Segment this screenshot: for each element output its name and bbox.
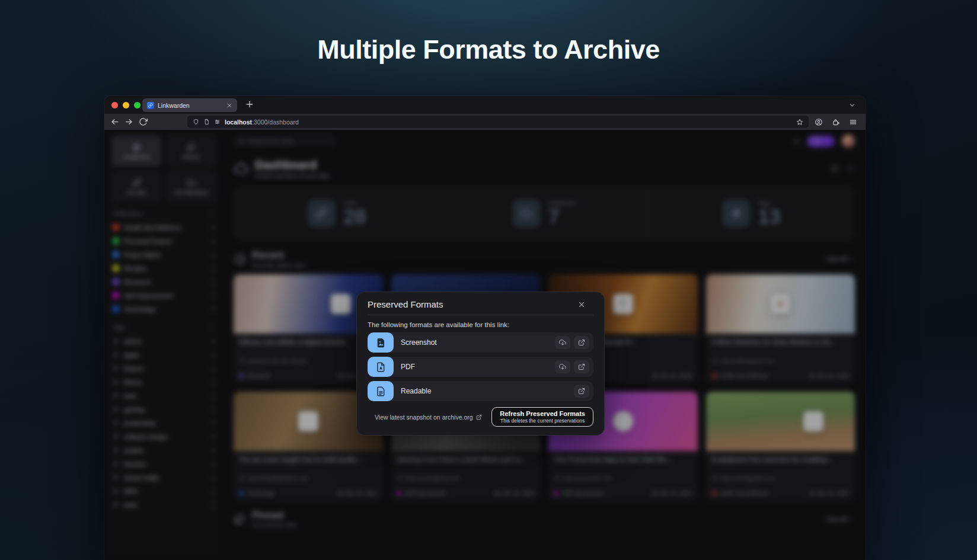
tab-favicon — [147, 102, 154, 109]
external-link-icon — [578, 339, 585, 346]
browser-window: Linkwarden localhost:3000/dashboard — [104, 96, 866, 560]
modal-description: The following formats are available for … — [368, 321, 593, 328]
page-info-icon[interactable] — [203, 119, 210, 125]
browser-tabstrip: Linkwarden — [104, 96, 866, 114]
download-button[interactable] — [555, 336, 570, 349]
tab-close-icon[interactable] — [226, 103, 232, 108]
image-file-icon — [368, 332, 394, 353]
address-bar[interactable]: localhost:3000/dashboard — [187, 116, 809, 128]
maximize-window-button[interactable] — [134, 102, 141, 108]
refresh-button-title: Refresh Preserved Formats — [500, 410, 585, 417]
refresh-preserved-formats-button[interactable]: Refresh Preserved Formats This deletes t… — [491, 407, 593, 427]
open-button[interactable] — [574, 360, 589, 373]
forward-button[interactable] — [124, 117, 133, 126]
close-icon[interactable] — [578, 301, 585, 308]
divider — [368, 315, 593, 315]
minimize-window-button[interactable] — [123, 102, 129, 108]
readable-file-icon — [368, 381, 394, 401]
cloud-download-icon — [559, 339, 566, 346]
format-row-readable: Readable — [368, 381, 593, 401]
browser-tab[interactable]: Linkwarden — [142, 98, 237, 112]
archive-org-link[interactable]: View latest snapshot on archive.org — [375, 414, 482, 421]
url-host: localhost — [225, 119, 252, 126]
preserved-formats-modal: Preserved Formats The following formats … — [356, 292, 605, 436]
bookmark-star-icon[interactable] — [796, 119, 803, 126]
shield-icon[interactable] — [193, 119, 199, 125]
close-window-button[interactable] — [111, 102, 118, 108]
format-label: PDF — [401, 363, 415, 371]
external-link-icon — [578, 388, 585, 395]
permissions-icon[interactable] — [214, 119, 221, 125]
external-link-icon — [578, 363, 585, 370]
pdf-file-icon — [368, 357, 394, 377]
modal-title: Preserved Formats — [368, 299, 443, 309]
format-label: Readable — [401, 387, 431, 395]
open-button[interactable] — [574, 385, 589, 398]
tab-title: Linkwarden — [158, 102, 190, 109]
url-path: :3000/dashboard — [252, 119, 299, 126]
page: Multiple Formats to Archive Linkwarden — [0, 0, 977, 560]
format-row-screenshot: Screenshot — [368, 332, 593, 353]
url-text: localhost:3000/dashboard — [225, 119, 299, 126]
back-button[interactable] — [110, 117, 119, 126]
extensions-icon[interactable] — [832, 118, 840, 126]
toolbar-right-icons — [815, 118, 857, 126]
new-tab-button[interactable] — [245, 100, 254, 108]
open-button[interactable] — [574, 336, 589, 349]
hero-title: Multiple Formats to Archive — [0, 34, 977, 65]
format-row-pdf: PDF — [368, 357, 593, 377]
format-label: Screenshot — [401, 338, 437, 347]
download-button[interactable] — [555, 360, 570, 373]
refresh-button-subtitle: This deletes the current preservations — [500, 418, 585, 424]
tab-list-chevron-icon[interactable] — [848, 101, 856, 109]
app-menu-icon[interactable] — [849, 118, 857, 126]
external-link-icon — [476, 414, 482, 420]
account-icon[interactable] — [815, 118, 823, 126]
cloud-download-icon — [559, 363, 566, 370]
reload-button[interactable] — [139, 117, 148, 126]
traffic-lights — [111, 102, 141, 108]
browser-toolbar: localhost:3000/dashboard — [104, 114, 866, 130]
